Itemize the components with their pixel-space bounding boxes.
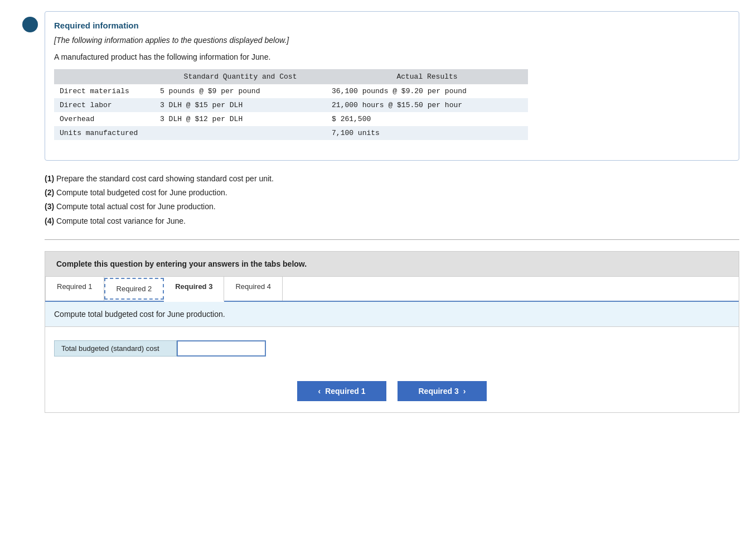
info-table: Standard Quantity and Cost Actual Result… [54,69,528,140]
tabs-container: Required 1Required 2Required 3Required 4… [45,277,739,413]
input-row: Total budgeted (standard) cost [54,340,730,357]
table-row-label: Overhead [54,112,154,126]
table-row-actual: 7,100 units [326,126,528,140]
intro-text: A manufactured product has the following… [54,52,730,61]
divider [45,239,739,240]
tabs-row: Required 1Required 2Required 3Required 4 [45,277,739,302]
nav-buttons: ‹ Required 1 Required 3 › [45,370,739,412]
question-item: (4) Compute total cost variance for June… [45,214,739,228]
question-item: (3) Compute total actual cost for June p… [45,200,739,214]
prev-label: Required 1 [325,387,365,396]
next-button[interactable]: Required 3 › [398,381,487,401]
logo-circle [22,17,38,32]
question-item: (2) Compute total budgeted cost for June… [45,186,739,200]
tab-content-area: Compute total budgeted cost for June pro… [45,302,739,327]
col-header-label [54,69,154,84]
question-number: (2) [45,188,54,197]
table-row-standard: 3 DLH @ $15 per DLH [154,98,326,112]
table-row-label: Direct labor [54,98,154,112]
tab-req1[interactable]: Required 1 [45,277,104,301]
prev-button[interactable]: ‹ Required 1 [297,381,386,401]
next-label: Required 3 [418,387,458,396]
budgeted-cost-input[interactable] [177,340,266,357]
tab-req2[interactable]: Required 2 [104,278,164,300]
table-row-label: Units manufactured [54,126,154,140]
questions-list: (1) Prepare the standard cost card showi… [45,172,739,228]
tab-req4[interactable]: Required 4 [224,277,283,301]
question-item: (1) Prepare the standard cost card showi… [45,172,739,186]
question-number: (4) [45,216,54,225]
table-row-standard [154,126,326,140]
col-header-standard: Standard Quantity and Cost [154,69,326,84]
question-number: (3) [45,202,54,211]
table-row-standard: 5 pounds @ $9 per pound [154,84,326,98]
section-header: Required information [54,21,730,30]
complete-box: Complete this question by entering your … [45,251,739,277]
prev-icon: ‹ [318,387,321,396]
col-header-actual: Actual Results [326,69,528,84]
italic-note: [The following information applies to th… [54,36,730,45]
next-icon: › [463,387,466,396]
input-section: Total budgeted (standard) cost [45,327,739,370]
required-info-section: Required information [The following info… [45,11,739,161]
input-label: Total budgeted (standard) cost [54,340,177,357]
table-row-label: Direct materials [54,84,154,98]
tab-req3[interactable]: Required 3 [164,277,224,302]
question-number: (1) [45,174,54,183]
tab-description: Compute total budgeted cost for June pro… [54,310,225,319]
table-row-actual: $ 261,500 [326,112,528,126]
table-row-standard: 3 DLH @ $12 per DLH [154,112,326,126]
table-row-actual: 21,000 hours @ $15.50 per hour [326,98,528,112]
table-row-actual: 36,100 pounds @ $9.20 per pound [326,84,528,98]
